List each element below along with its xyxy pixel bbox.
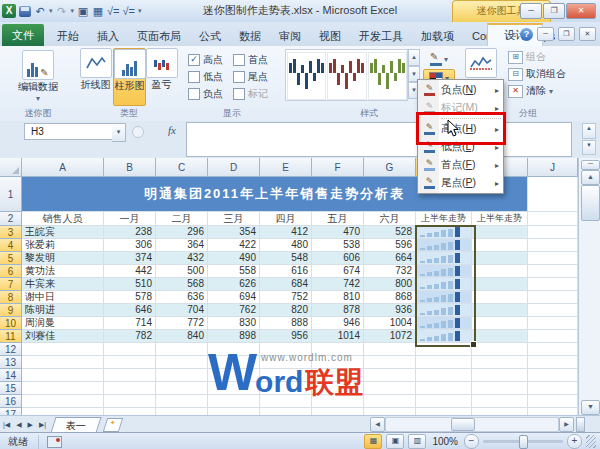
empty-cell[interactable] — [156, 395, 208, 408]
row-header-15[interactable]: 15 — [0, 382, 22, 395]
sheet-tab-active[interactable]: 表一 — [51, 417, 102, 433]
tab-数据[interactable]: 数据 — [230, 26, 270, 46]
formula-input[interactable] — [186, 122, 572, 157]
cell-value[interactable]: 442 — [104, 265, 156, 278]
paste-formula-icon[interactable]: √= — [107, 4, 119, 18]
formula-scroll-up-icon[interactable]: ▲ — [582, 123, 596, 139]
macro-record-icon[interactable] — [47, 436, 62, 448]
view-grid-icon[interactable]: ▦ — [92, 4, 104, 18]
workbook-restore-button[interactable]: ❐ — [558, 27, 575, 41]
tab-file[interactable]: 文件 — [2, 24, 44, 46]
cell-value[interactable]: 470 — [312, 226, 364, 239]
name-box-dropdown-icon[interactable]: ▾ — [112, 123, 126, 142]
hscroll-left-icon[interactable]: ◀ — [370, 417, 385, 432]
cell-value[interactable]: 936 — [364, 304, 416, 317]
cell-value[interactable]: 1004 — [364, 317, 416, 330]
cell-value[interactable]: 538 — [312, 239, 364, 252]
empty-cell[interactable] — [416, 382, 472, 395]
header-cell-上半年走势[interactable]: 上半年走势 — [416, 212, 472, 226]
cell-value[interactable]: 732 — [364, 265, 416, 278]
gallery-scroll-up-icon[interactable]: ▲ — [408, 49, 420, 66]
save-button[interactable] — [19, 6, 31, 17]
page-layout-view-button[interactable]: ▣ — [386, 434, 404, 449]
cell-J9[interactable] — [528, 304, 578, 317]
cell-value[interactable]: 354 — [208, 226, 260, 239]
edit-data-button[interactable]: ✎ 编辑数据 ▾ — [12, 50, 64, 103]
cell-value[interactable]: 1014 — [312, 330, 364, 343]
cell-value[interactable]: 772 — [156, 317, 208, 330]
checkbox-高点[interactable]: ✓高点 — [188, 52, 223, 68]
cell-value[interactable]: 528 — [364, 226, 416, 239]
group-button[interactable]: ⊞ 组合 — [508, 50, 546, 64]
cell-I9[interactable] — [472, 304, 528, 317]
empty-cell[interactable] — [104, 343, 156, 356]
zoom-out-button[interactable]: − — [464, 434, 479, 449]
hscroll-right-icon[interactable]: ▶ — [559, 417, 574, 432]
cell-value[interactable]: 596 — [364, 239, 416, 252]
empty-cell[interactable] — [364, 343, 416, 356]
cell-value[interactable]: 480 — [260, 239, 312, 252]
cell-value[interactable]: 800 — [364, 278, 416, 291]
cell-value[interactable]: 422 — [208, 239, 260, 252]
cell-value[interactable]: 306 — [104, 239, 156, 252]
empty-cell[interactable] — [104, 395, 156, 408]
next-sheet-icon[interactable]: ▶ — [25, 421, 36, 429]
empty-cell[interactable] — [472, 343, 528, 356]
cell-I7[interactable] — [472, 278, 528, 291]
cell-value[interactable]: 568 — [156, 278, 208, 291]
zoom-slider[interactable] — [483, 440, 563, 443]
cell-value[interactable]: 742 — [312, 278, 364, 291]
cell-value[interactable]: 432 — [156, 252, 208, 265]
row-header-10[interactable]: 10 — [0, 317, 22, 330]
formula-scroll-down-icon[interactable]: ▼ — [582, 140, 596, 156]
empty-cell[interactable] — [312, 408, 364, 415]
help-icon[interactable]: ? — [520, 28, 533, 41]
cell-J8[interactable] — [528, 291, 578, 304]
cell-value[interactable]: 664 — [364, 252, 416, 265]
empty-cell[interactable] — [416, 343, 472, 356]
undo-dropdown-icon[interactable]: ▾ — [49, 7, 53, 15]
checkbox-负点[interactable]: ✓负点 — [188, 86, 223, 102]
last-sheet-icon[interactable]: ▶| — [36, 421, 49, 429]
cell-I5[interactable] — [472, 252, 528, 265]
cell-J3[interactable] — [528, 226, 578, 239]
row-header-3[interactable]: 3 — [0, 226, 22, 239]
row-header-2[interactable]: 2 — [0, 212, 22, 226]
empty-cell[interactable] — [260, 408, 312, 415]
cell-value[interactable]: 636 — [156, 291, 208, 304]
minimize-ribbon-icon[interactable]: ▵ — [512, 30, 516, 39]
empty-cell[interactable] — [104, 382, 156, 395]
cell-J7[interactable] — [528, 278, 578, 291]
tab-插入[interactable]: 插入 — [88, 26, 128, 46]
sparkline-cell-H9[interactable] — [416, 304, 472, 317]
header-cell-一月[interactable]: 一月 — [104, 212, 156, 226]
empty-cell[interactable] — [472, 395, 528, 408]
cell-I11[interactable] — [472, 330, 528, 343]
tab-加载项[interactable]: 加载项 — [412, 26, 463, 46]
horizontal-split-handle[interactable] — [576, 417, 585, 432]
row-header-6[interactable]: 6 — [0, 265, 22, 278]
cell-value[interactable]: 752 — [260, 291, 312, 304]
empty-cell[interactable] — [528, 356, 578, 369]
header-cell-上半年走势[interactable]: 上半年走势 — [472, 212, 528, 226]
workbook-minimize-button[interactable]: ─ — [537, 27, 554, 41]
customize-qat-button[interactable]: ▾ — [138, 7, 142, 15]
horizontal-scroll-thumb[interactable] — [451, 418, 475, 431]
cell-name-牛宾来[interactable]: 牛宾来 — [22, 278, 104, 291]
sparkline-cell-H11[interactable] — [416, 330, 472, 343]
empty-cell[interactable] — [364, 382, 416, 395]
cell-I8[interactable] — [472, 291, 528, 304]
close-button[interactable]: ✕ — [566, 3, 596, 19]
cell-value[interactable]: 868 — [364, 291, 416, 304]
checkbox-icon-标记[interactable]: ✓ — [233, 88, 245, 100]
empty-cell[interactable] — [416, 356, 472, 369]
redo-button[interactable]: ↷ — [56, 4, 68, 18]
header-cell-销售人员[interactable]: 销售人员 — [22, 212, 104, 226]
empty-cell[interactable] — [364, 395, 416, 408]
cell-value[interactable]: 296 — [156, 226, 208, 239]
tab-开始[interactable]: 开始 — [48, 26, 88, 46]
cell-value[interactable]: 1072 — [364, 330, 416, 343]
formula-bar-scroll[interactable]: ▲ ▼ — [582, 123, 596, 155]
empty-cell[interactable] — [528, 343, 578, 356]
tab-视图[interactable]: 视图 — [310, 26, 350, 46]
